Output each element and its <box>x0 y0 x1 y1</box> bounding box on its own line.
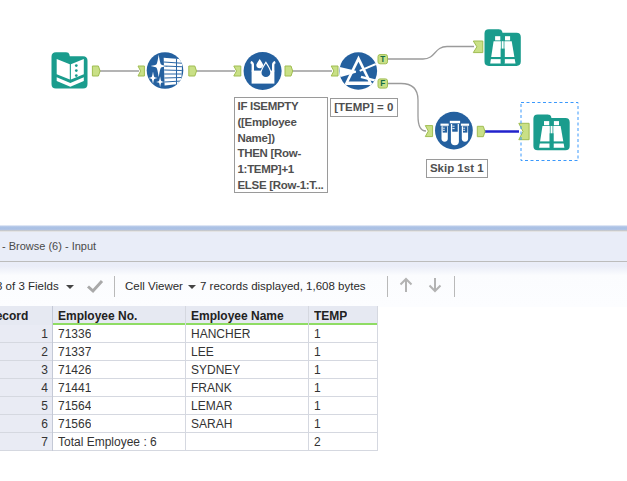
svg-text:F: F <box>380 79 385 88</box>
svg-text:T: T <box>380 55 385 64</box>
